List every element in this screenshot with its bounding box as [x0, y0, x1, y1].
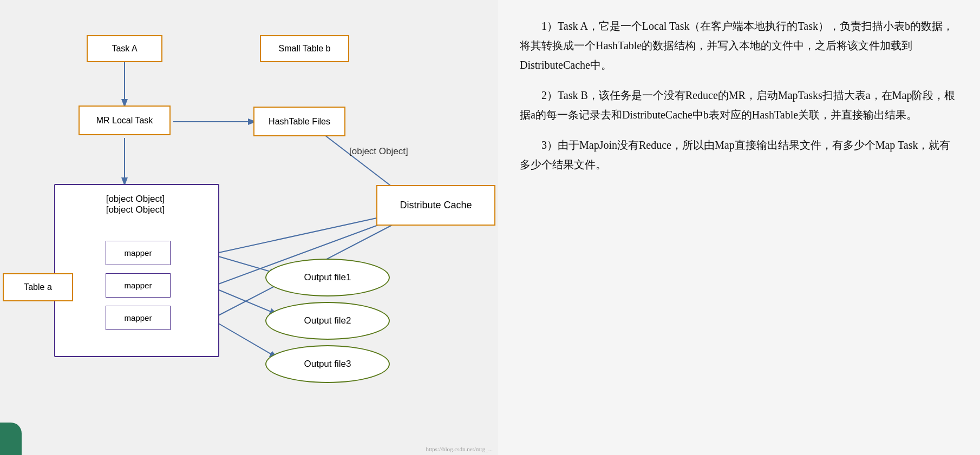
distribute-cache-label: Distribute Cache — [400, 200, 472, 211]
mr-local-task-label: MR Local Task — [96, 116, 153, 126]
output-file2-label: Output file2 — [304, 315, 351, 326]
task-a-box: Task A — [87, 35, 162, 62]
paragraph-3: 3）由于MapJoin没有Reduce，所以由Map直接输出结果文件，有多少个M… — [520, 135, 958, 174]
flow-diagram: Task A Small Table b MR Local Task HashT… — [0, 0, 498, 455]
svg-line-8 — [211, 287, 276, 314]
table-a-box: Table a — [3, 273, 73, 301]
mr-local-task-box: MR Local Task — [79, 105, 171, 135]
task-b-line2: [object Object] — [84, 205, 187, 215]
task-b-line1: [object Object] — [84, 194, 187, 205]
output-file2-ellipse: Output file2 — [265, 302, 390, 340]
hashtable-files-box: HashTable Files — [253, 107, 345, 136]
distribute-cache-box: Distribute Cache — [376, 185, 495, 226]
table-a-label: Table a — [24, 282, 52, 292]
mapper2-label: mapper — [125, 281, 152, 290]
mapper3-box: mapper — [106, 306, 171, 330]
text-panel: 1）Task A，它是一个Local Task（在客户端本地执行的Task），负… — [498, 0, 980, 455]
small-table-b-label: Small Table b — [279, 44, 331, 54]
task-b-title: [object Object] [object Object] — [84, 194, 187, 215]
mapper3-label: mapper — [125, 313, 152, 322]
mapper1-label: mapper — [125, 248, 152, 258]
output-file1-ellipse: Output file1 — [265, 259, 390, 296]
paragraph-2: 2）Task B，该任务是一个没有Reduce的MR，启动MapTasks扫描大… — [520, 85, 958, 124]
output-file3-label: Output file3 — [304, 359, 351, 370]
load-label: [object Object] — [349, 146, 408, 157]
bottom-accent — [0, 423, 22, 455]
paragraph-1: 1）Task A，它是一个Local Task（在客户端本地执行的Task），负… — [520, 16, 958, 75]
small-table-b-box: Small Table b — [260, 35, 349, 62]
mapper2-box: mapper — [106, 273, 171, 298]
svg-line-7 — [211, 254, 276, 273]
output-file3-ellipse: Output file3 — [265, 345, 390, 383]
hashtable-files-label: HashTable Files — [269, 117, 330, 127]
output-file1-label: Output file1 — [304, 272, 351, 283]
watermark: https://blog.csdn.net/mrg_... — [426, 446, 493, 452]
task-a-label: Task A — [112, 44, 137, 54]
diagram-panel: Task A Small Table b MR Local Task HashT… — [0, 0, 498, 455]
mapper1-box: mapper — [106, 241, 171, 265]
